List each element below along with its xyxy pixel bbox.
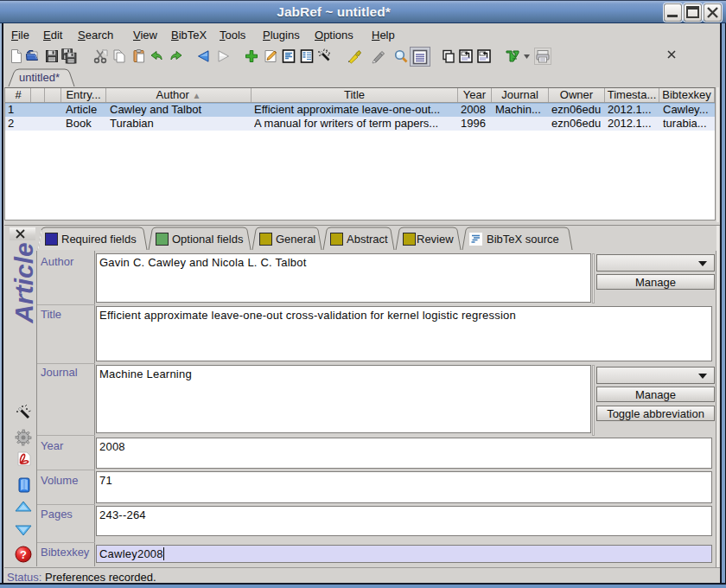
svg-text:untitled*: untitled* — [19, 71, 60, 84]
svg-text:?: ? — [20, 548, 27, 561]
